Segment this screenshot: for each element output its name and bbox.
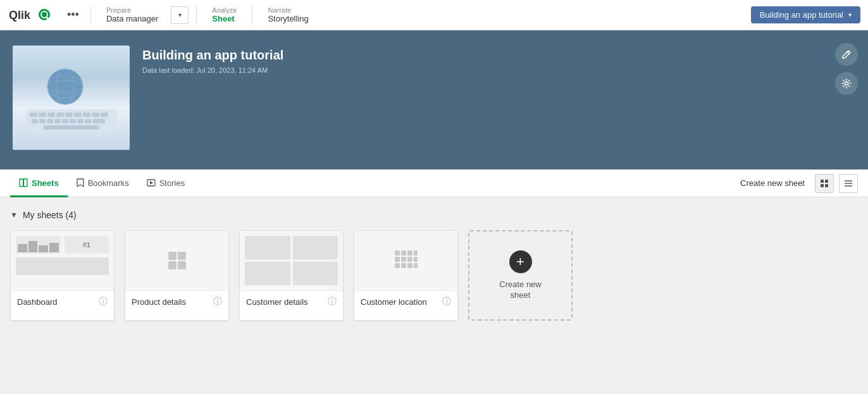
svg-rect-46 bbox=[395, 250, 400, 255]
nav-prepare-name: Data manager bbox=[106, 14, 158, 23]
app-title-button[interactable]: Building an app tutorial ▾ bbox=[751, 6, 860, 23]
tabs-bar: Sheets Bookmarks Stories Create new shee… bbox=[0, 169, 868, 197]
list-view-icon bbox=[844, 180, 853, 187]
svg-rect-48 bbox=[407, 250, 412, 255]
hero-last-loaded: Data last loaded: Jul 20, 2023, 11:24 AM bbox=[142, 66, 283, 74]
sheet-card-customer-location[interactable]: Customer location ⓘ bbox=[354, 230, 458, 321]
create-new-sheet-header-button[interactable]: Create new sheet bbox=[735, 176, 810, 190]
sheet-info-icon-customer-details[interactable]: ⓘ bbox=[328, 296, 337, 307]
svg-rect-14 bbox=[65, 113, 73, 117]
svg-rect-57 bbox=[414, 263, 418, 268]
svg-rect-45 bbox=[178, 261, 186, 269]
svg-rect-16 bbox=[83, 113, 90, 117]
svg-rect-52 bbox=[407, 257, 412, 262]
sheet-card-customer-details[interactable]: Customer details ⓘ bbox=[239, 230, 344, 321]
section-toggle-icon[interactable]: ▼ bbox=[10, 211, 18, 219]
svg-rect-21 bbox=[47, 119, 53, 123]
nav-divider-3 bbox=[252, 6, 252, 24]
svg-rect-23 bbox=[62, 119, 68, 123]
svg-rect-28 bbox=[44, 125, 99, 130]
svg-line-29 bbox=[847, 52, 849, 54]
svg-rect-53 bbox=[414, 257, 418, 262]
sheet-thumb-customer-location bbox=[354, 231, 457, 291]
svg-text:Qlik: Qlik bbox=[9, 9, 31, 22]
svg-rect-50 bbox=[395, 257, 400, 262]
svg-rect-32 bbox=[24, 179, 28, 187]
svg-rect-22 bbox=[54, 119, 61, 123]
hero-illustration bbox=[21, 60, 122, 136]
svg-rect-38 bbox=[825, 184, 828, 187]
tab-sheets-label: Sheets bbox=[32, 178, 59, 188]
hero-info: Building an app tutorial Data last loade… bbox=[142, 46, 283, 74]
sheet-info-icon-customer-location[interactable]: ⓘ bbox=[442, 296, 451, 307]
more-options-button[interactable]: ••• bbox=[63, 6, 83, 24]
prepare-dropdown-button[interactable]: ▾ bbox=[171, 6, 189, 24]
hero-edit-button[interactable] bbox=[835, 43, 858, 66]
product-thumb-icon bbox=[166, 249, 189, 272]
svg-rect-54 bbox=[395, 263, 400, 268]
sheet-info-icon-dashboard[interactable]: ⓘ bbox=[99, 296, 108, 307]
svg-rect-24 bbox=[70, 119, 76, 123]
app-title-chevron-icon: ▾ bbox=[848, 11, 852, 18]
nav-divider-1 bbox=[90, 6, 91, 24]
location-thumb-icon bbox=[394, 249, 419, 272]
sheet-label-customer-location: Customer location bbox=[361, 297, 427, 307]
sheet-thumb-dashboard: #1 bbox=[11, 231, 114, 291]
svg-marker-34 bbox=[150, 181, 153, 185]
sheet-label-customer-details: Customer details bbox=[246, 297, 308, 307]
sheet-info-icon-product-details[interactable]: ⓘ bbox=[213, 296, 222, 307]
tab-stories[interactable]: Stories bbox=[138, 170, 194, 197]
hero-app-title: Building an app tutorial bbox=[142, 48, 283, 63]
tab-sheets[interactable]: Sheets bbox=[10, 170, 68, 197]
list-view-button[interactable] bbox=[839, 174, 858, 193]
svg-rect-47 bbox=[401, 250, 406, 255]
svg-rect-26 bbox=[85, 119, 91, 123]
hero-settings-button[interactable] bbox=[835, 72, 858, 95]
nav-prepare-label: Prepare bbox=[106, 6, 158, 14]
svg-rect-37 bbox=[821, 184, 824, 187]
edit-icon bbox=[841, 49, 852, 59]
stories-tab-icon bbox=[147, 179, 156, 187]
svg-rect-12 bbox=[47, 113, 55, 117]
sheet-label-dashboard: Dashboard bbox=[17, 297, 58, 307]
logo[interactable]: Qlik bbox=[8, 6, 53, 24]
tab-bookmarks[interactable]: Bookmarks bbox=[68, 170, 138, 197]
svg-rect-55 bbox=[401, 263, 406, 268]
svg-rect-27 bbox=[92, 119, 105, 123]
hero-thumbnail bbox=[13, 46, 130, 150]
sheet-card-dashboard[interactable]: #1 Dashboard ⓘ bbox=[10, 230, 115, 321]
svg-rect-42 bbox=[168, 252, 177, 260]
create-plus-icon: + bbox=[509, 250, 532, 273]
bookmarks-tab-icon bbox=[77, 178, 84, 187]
sheet-label-row-customer-location: Customer location ⓘ bbox=[354, 291, 457, 312]
sheet-card-product-details[interactable]: Product details ⓘ bbox=[125, 230, 229, 321]
grid-view-icon bbox=[820, 179, 829, 188]
section-title: My sheets (4) bbox=[23, 210, 77, 220]
svg-rect-43 bbox=[178, 252, 186, 260]
svg-line-3 bbox=[47, 18, 49, 20]
svg-rect-20 bbox=[39, 119, 46, 123]
tab-bookmarks-label: Bookmarks bbox=[88, 178, 129, 188]
create-new-sheet-card[interactable]: + Create new sheet bbox=[468, 230, 573, 321]
svg-rect-13 bbox=[56, 113, 64, 117]
svg-rect-10 bbox=[30, 113, 37, 117]
hero-actions bbox=[835, 43, 858, 95]
nav-analyze[interactable]: Analyze Sheet bbox=[204, 6, 244, 23]
sheet-label-row-customer-details: Customer details ⓘ bbox=[240, 291, 343, 312]
topbar: Qlik ••• Prepare Data manager ▾ Analyze … bbox=[0, 0, 868, 30]
nav-narrate[interactable]: Narrate Storytelling bbox=[260, 6, 316, 23]
svg-rect-49 bbox=[414, 250, 418, 255]
sheet-label-row-dashboard: Dashboard ⓘ bbox=[11, 291, 114, 312]
my-sheets-section-header: ▼ My sheets (4) bbox=[10, 210, 858, 220]
nav-divider-2 bbox=[196, 6, 197, 24]
svg-rect-19 bbox=[32, 119, 38, 123]
hero-banner: Building an app tutorial Data last loade… bbox=[0, 30, 868, 169]
sheet-label-row-product-details: Product details ⓘ bbox=[125, 291, 228, 312]
svg-rect-17 bbox=[92, 113, 99, 117]
nav-prepare[interactable]: Prepare Data manager bbox=[99, 6, 166, 23]
svg-rect-31 bbox=[20, 179, 23, 187]
svg-rect-25 bbox=[77, 119, 84, 123]
sheets-tab-icon bbox=[19, 178, 28, 187]
settings-icon bbox=[841, 78, 852, 89]
grid-view-button[interactable] bbox=[815, 174, 834, 193]
